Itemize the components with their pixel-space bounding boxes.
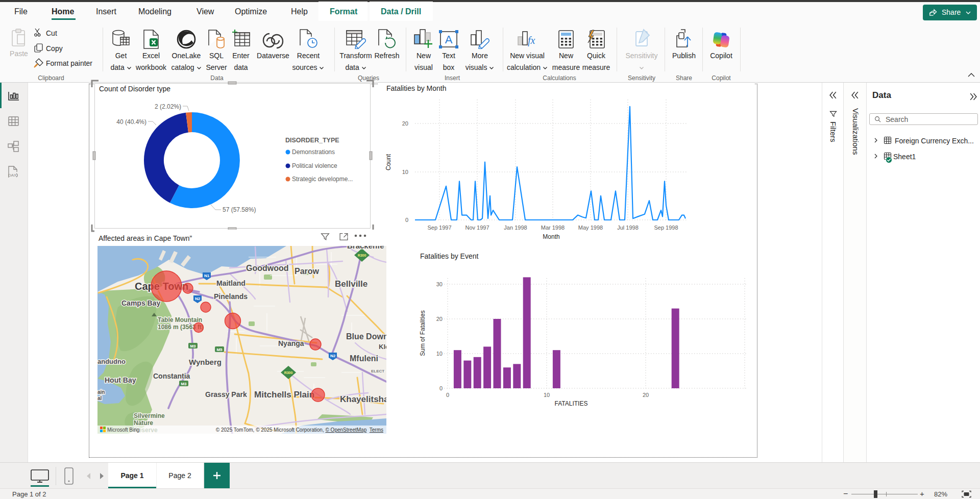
svg-text:10: 10 <box>436 351 443 357</box>
svg-text:Nature: Nature <box>134 419 153 427</box>
svg-text:30: 30 <box>436 281 443 287</box>
svg-text:al: al <box>97 395 102 401</box>
svg-text:FATALITIES: FATALITIES <box>555 400 588 407</box>
svg-text:Nov 1997: Nov 1997 <box>465 224 489 231</box>
svg-text:0: 0 <box>446 392 449 398</box>
svg-text:Grassy Park: Grassy Park <box>205 390 247 398</box>
svg-text:20: 20 <box>436 316 443 322</box>
svg-text:Wynberg: Wynberg <box>189 358 222 366</box>
svg-text:Count: Count <box>385 154 392 170</box>
svg-text:Sum of Fatalities: Sum of Fatalities <box>419 310 426 356</box>
svg-text:Mar 1998: Mar 1998 <box>541 224 565 231</box>
svg-text:A: A <box>445 33 453 46</box>
svg-text:Jan 1998: Jan 1998 <box>504 224 527 231</box>
svg-text:M3: M3 <box>190 344 196 348</box>
svg-text:Table Mountain: Table Mountain <box>158 316 202 323</box>
svg-text:Goodwood: Goodwood <box>246 264 289 272</box>
svg-text:ain: ain <box>97 389 105 395</box>
svg-text:10: 10 <box>544 392 550 398</box>
svg-text:Brackenfe: Brackenfe <box>347 246 384 250</box>
svg-text:N2: N2 <box>330 354 336 358</box>
svg-text:Kle: Kle <box>379 343 386 351</box>
svg-text:andudno: andudno <box>97 358 126 365</box>
svg-text:0: 0 <box>439 385 443 391</box>
svg-text:Constantia: Constantia <box>153 372 190 380</box>
svg-text:R300: R300 <box>284 371 293 375</box>
svg-text:20: 20 <box>643 392 649 398</box>
svg-text:M3: M3 <box>181 382 187 386</box>
svg-text:Sep 1997: Sep 1997 <box>427 224 451 231</box>
svg-text:Bellville: Bellville <box>335 279 368 289</box>
svg-text:Jul 1998: Jul 1998 <box>617 224 639 231</box>
svg-text:Sep 1998: Sep 1998 <box>654 224 678 231</box>
svg-text:Parow: Parow <box>295 267 320 276</box>
svg-text:Mitchells Plain: Mitchells Plain <box>254 390 314 400</box>
svg-text:10: 10 <box>402 169 408 175</box>
svg-text:N1: N1 <box>204 273 210 278</box>
svg-text:Microsoft Bing: Microsoft Bing <box>107 427 139 433</box>
svg-text:20: 20 <box>402 120 408 127</box>
svg-text:Hout Bay: Hout Bay <box>105 376 136 384</box>
svg-text:Blue Downs: Blue Downs <box>346 332 386 341</box>
svg-text:May 1998: May 1998 <box>578 224 603 231</box>
svg-text:Mfuleni: Mfuleni <box>350 354 378 363</box>
svg-text:fx: fx <box>528 35 535 46</box>
svg-text:DAX: DAX <box>8 173 17 178</box>
svg-text:© 2025 TomTom, © 2025 Microsof: © 2025 TomTom, © 2025 Microsoft Corporat… <box>216 427 383 433</box>
svg-text:ELECT: ELECT <box>371 369 384 373</box>
svg-text:R300: R300 <box>358 254 366 257</box>
svg-text:Maitland: Maitland <box>216 279 246 287</box>
svg-text:M5: M5 <box>216 347 223 352</box>
svg-text:Camps Bay: Camps Bay <box>121 299 160 307</box>
svg-text:0: 0 <box>405 217 408 223</box>
svg-text:Silvermine: Silvermine <box>134 412 165 419</box>
svg-text:N2: N2 <box>195 296 201 301</box>
svg-text:Nyanga: Nyanga <box>278 339 304 347</box>
svg-text:Khayelitsha: Khayelitsha <box>340 394 386 404</box>
svg-text:Pinelands: Pinelands <box>214 292 248 301</box>
svg-text:Month: Month <box>543 233 559 240</box>
